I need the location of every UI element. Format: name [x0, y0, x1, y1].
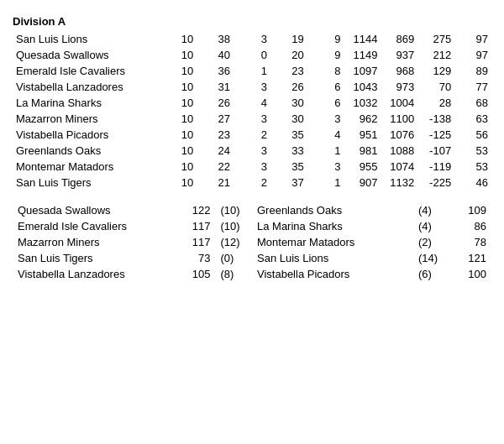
home-score: 117: [179, 234, 215, 250]
stat-cell: 10: [160, 47, 197, 63]
stat-cell: -107: [417, 143, 454, 159]
stat-cell: 63: [454, 111, 491, 127]
stat-cell: 10: [160, 159, 197, 175]
stat-cell: 1144: [344, 31, 381, 47]
stat-cell: 10: [160, 63, 197, 79]
table-row: Greenlands Oaks102433319811088-10753: [13, 143, 491, 159]
result-row: Vistabella Lanzadores105(8)Vistabella Pi…: [13, 266, 491, 282]
stat-cell: 38: [197, 31, 234, 47]
away-paren: (6): [413, 266, 450, 282]
table-row: Mazarron Miners102733039621100-13863: [13, 111, 491, 127]
stat-cell: 3: [307, 159, 344, 175]
home-team: Emerald Isle Cavaliers: [13, 218, 179, 234]
stat-cell: 26: [197, 95, 234, 111]
stat-cell: 4: [307, 127, 344, 143]
away-team: Greenlands Oaks: [252, 202, 413, 218]
stat-cell: 1149: [344, 47, 381, 63]
stat-cell: 955: [344, 159, 381, 175]
stat-cell: 1132: [381, 175, 417, 191]
team-name: Quesada Swallows: [13, 47, 160, 63]
stat-cell: 212: [417, 47, 454, 63]
stat-cell: -138: [417, 111, 454, 127]
stat-cell: 70: [417, 79, 454, 95]
stat-cell: 56: [454, 127, 491, 143]
table-row: Vistabella Picadors102323549511076-12556: [13, 127, 491, 143]
stat-cell: 89: [454, 63, 491, 79]
away-paren: (4): [413, 218, 450, 234]
stat-cell: 1088: [381, 143, 417, 159]
away-score: 121: [449, 250, 491, 266]
away-paren: (4): [413, 202, 450, 218]
home-paren: (0): [215, 250, 252, 266]
home-score: 117: [179, 218, 215, 234]
stat-cell: 3: [234, 143, 270, 159]
stat-cell: 1: [307, 143, 344, 159]
stat-cell: 36: [197, 63, 234, 79]
stat-cell: 53: [454, 143, 491, 159]
stat-cell: 10: [160, 143, 197, 159]
stat-cell: 1: [234, 63, 270, 79]
team-name: Greenlands Oaks: [13, 143, 160, 159]
away-paren: (14): [413, 250, 450, 266]
stat-cell: 1: [307, 175, 344, 191]
home-paren: (12): [215, 234, 252, 250]
stat-cell: 951: [344, 127, 381, 143]
stat-cell: 8: [307, 63, 344, 79]
division-title: Division A: [13, 15, 491, 28]
stat-cell: 937: [381, 47, 417, 63]
team-name: Emerald Isle Cavaliers: [13, 63, 160, 79]
stat-cell: 1100: [381, 111, 417, 127]
stat-cell: 24: [197, 143, 234, 159]
team-name: Vistabella Picadors: [13, 127, 160, 143]
stat-cell: 1032: [344, 95, 381, 111]
stat-cell: 2: [234, 175, 270, 191]
away-team: Montemar Matadors: [252, 234, 413, 250]
away-team: Vistabella Picadors: [252, 266, 413, 282]
away-score: 109: [449, 202, 491, 218]
standings-table: San Luis Lions10383199114486927597Quesad…: [13, 31, 491, 191]
stat-cell: 3: [234, 79, 270, 95]
home-team: San Luis Tigers: [13, 250, 179, 266]
stat-cell: 97: [454, 47, 491, 63]
stat-cell: 973: [381, 79, 417, 95]
stat-cell: 35: [270, 159, 307, 175]
stat-cell: 30: [270, 95, 307, 111]
stat-cell: 10: [160, 175, 197, 191]
table-row: San Luis Tigers102123719071132-22546: [13, 175, 491, 191]
table-row: Quesada Swallows10400209114993721297: [13, 47, 491, 63]
home-paren: (10): [215, 218, 252, 234]
home-score: 122: [179, 202, 215, 218]
stat-cell: 46: [454, 175, 491, 191]
away-score: 86: [449, 218, 491, 234]
stat-cell: -125: [417, 127, 454, 143]
team-name: Mazarron Miners: [13, 111, 160, 127]
stat-cell: 3: [234, 111, 270, 127]
table-row: La Marina Sharks10264306103210042868: [13, 95, 491, 111]
stat-cell: 35: [270, 127, 307, 143]
stat-cell: 19: [270, 31, 307, 47]
stat-cell: 53: [454, 159, 491, 175]
stat-cell: 37: [270, 175, 307, 191]
team-name: San Luis Lions: [13, 31, 160, 47]
stat-cell: 4: [234, 95, 270, 111]
stat-cell: 22: [197, 159, 234, 175]
stat-cell: 1074: [381, 159, 417, 175]
results-table: Quesada Swallows122(10)Greenlands Oaks(4…: [13, 202, 491, 282]
stat-cell: 869: [381, 31, 417, 47]
team-name: Vistabella Lanzadores: [13, 79, 160, 95]
stat-cell: 97: [454, 31, 491, 47]
table-row: Montemar Matadors102233539551074-11953: [13, 159, 491, 175]
away-paren: (2): [413, 234, 450, 250]
stat-cell: 26: [270, 79, 307, 95]
team-name: Montemar Matadors: [13, 159, 160, 175]
away-team: La Marina Sharks: [252, 218, 413, 234]
stat-cell: -119: [417, 159, 454, 175]
home-score: 73: [179, 250, 215, 266]
stat-cell: 275: [417, 31, 454, 47]
home-team: Mazarron Miners: [13, 234, 179, 250]
stat-cell: 0: [234, 47, 270, 63]
stat-cell: 10: [160, 31, 197, 47]
stat-cell: 20: [270, 47, 307, 63]
stat-cell: 21: [197, 175, 234, 191]
stat-cell: 981: [344, 143, 381, 159]
